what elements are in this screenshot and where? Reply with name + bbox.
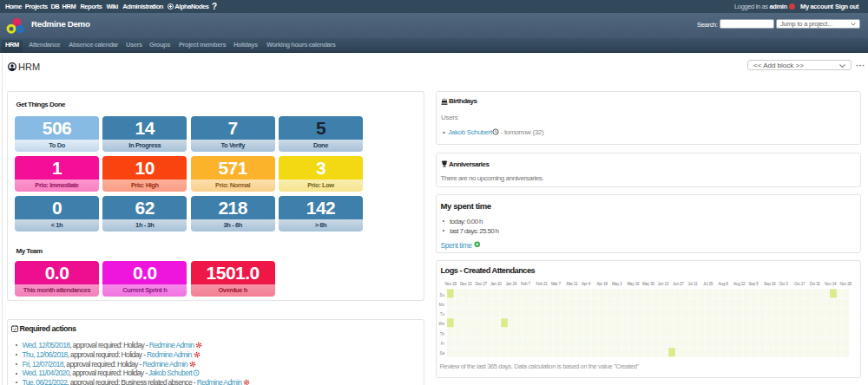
svg-text:Oct 17: Oct 17 xyxy=(794,282,806,286)
svg-text:Nov 29: Nov 29 xyxy=(445,282,457,286)
svg-text:Dec 27: Dec 27 xyxy=(476,282,488,286)
svg-text:May 30: May 30 xyxy=(642,282,655,286)
svg-text:Nov 28: Nov 28 xyxy=(840,282,852,286)
svg-text:Tu: Tu xyxy=(440,312,445,316)
svg-text:Nov 14: Nov 14 xyxy=(825,282,837,286)
svg-text:Fr: Fr xyxy=(441,342,445,346)
svg-text:Dec 13: Dec 13 xyxy=(460,282,472,286)
svg-text:Aug 8: Aug 8 xyxy=(719,282,729,286)
svg-text:We: We xyxy=(438,322,444,326)
svg-text:Feb 21: Feb 21 xyxy=(536,282,549,286)
svg-text:Mar 21: Mar 21 xyxy=(567,282,579,286)
svg-text:Jul 11: Jul 11 xyxy=(688,282,698,286)
svg-text:Sep 5: Sep 5 xyxy=(749,282,760,286)
svg-text:Feb 7: Feb 7 xyxy=(521,282,530,286)
svg-text:Jan 10: Jan 10 xyxy=(490,282,502,286)
svg-text:Mo: Mo xyxy=(439,303,445,307)
svg-text:Sa: Sa xyxy=(439,351,444,356)
svg-text:Apr 4: Apr 4 xyxy=(582,282,591,286)
svg-text:Sep 19: Sep 19 xyxy=(764,282,776,286)
svg-text:Th: Th xyxy=(440,332,445,336)
svg-text:Oct 31: Oct 31 xyxy=(810,282,821,286)
svg-text:Jan 24: Jan 24 xyxy=(506,282,517,286)
svg-text:Aug 22: Aug 22 xyxy=(733,282,746,286)
svg-text:Oct 3: Oct 3 xyxy=(779,282,789,286)
svg-text:Jul 25: Jul 25 xyxy=(703,282,713,286)
svg-text:Jun 27: Jun 27 xyxy=(673,282,684,286)
svg-text:May 16: May 16 xyxy=(628,282,641,286)
svg-text:May 2: May 2 xyxy=(612,282,622,286)
svg-text:Apr 18: Apr 18 xyxy=(597,282,608,286)
svg-text:Su: Su xyxy=(439,293,444,297)
svg-text:Jun 13: Jun 13 xyxy=(658,282,669,286)
svg-text:Mar 7: Mar 7 xyxy=(551,282,561,286)
